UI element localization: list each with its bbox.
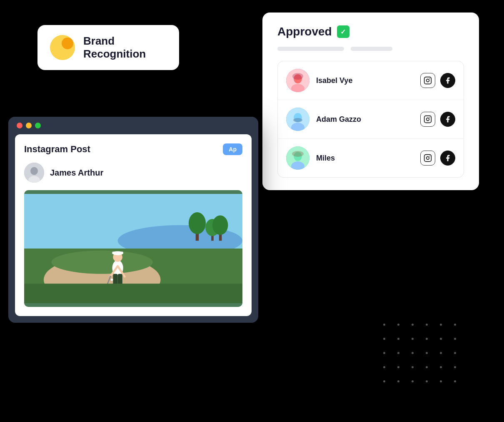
brand-recognition-card: Brand Recognition: [37, 25, 179, 70]
post-content-card: Instagram Post Ap James Arthur: [15, 134, 252, 316]
social-icons-isabel: [420, 73, 455, 88]
social-icons-miles: [420, 151, 455, 166]
avatar-adam: [286, 108, 309, 131]
svg-rect-14: [424, 116, 432, 123]
svg-point-31: [52, 251, 153, 274]
facebook-icon-miles[interactable]: [440, 151, 455, 166]
instagram-icon-adam[interactable]: [420, 112, 435, 127]
brand-recognition-title: Brand Recognition: [83, 35, 146, 60]
svg-point-25: [30, 167, 38, 175]
browser-titlebar: [8, 117, 258, 134]
svg-rect-35: [112, 251, 123, 254]
browser-window: Instagram Post Ap James Arthur: [8, 117, 258, 323]
approved-card: Approved ✓ Isabel Vye: [262, 13, 479, 190]
post-golf-image: [24, 190, 242, 307]
facebook-icon-isabel[interactable]: [440, 73, 455, 88]
svg-point-6: [292, 73, 303, 80]
svg-point-15: [427, 118, 429, 121]
influencer-name-isabel: Isabel Vye: [316, 76, 414, 85]
svg-point-42: [111, 279, 113, 281]
svg-point-9: [429, 78, 430, 79]
svg-point-23: [429, 156, 430, 157]
author-name-james: James Arthur: [50, 168, 103, 178]
post-header: Instagram Post Ap: [24, 143, 242, 155]
brand-logo: [49, 34, 76, 61]
author-avatar-james: [24, 163, 44, 183]
svg-point-13: [293, 118, 302, 122]
instagram-icon-miles[interactable]: [420, 151, 435, 166]
svg-point-16: [429, 117, 430, 118]
window-maximize-button[interactable]: [35, 123, 41, 128]
svg-rect-49: [24, 284, 242, 303]
influencer-row-miles[interactable]: Miles: [278, 139, 464, 177]
svg-point-22: [427, 157, 429, 160]
window-close-button[interactable]: [17, 123, 22, 128]
instagram-icon-isabel[interactable]: [420, 73, 435, 88]
svg-point-8: [427, 79, 429, 82]
svg-rect-21: [424, 155, 432, 162]
svg-point-2: [57, 47, 63, 53]
avatar-isabel: [286, 69, 309, 92]
window-minimize-button[interactable]: [26, 123, 32, 128]
bar-long: [277, 47, 344, 51]
influencer-list: Isabel Vye: [277, 61, 464, 178]
social-icons-adam: [420, 112, 455, 127]
svg-point-1: [62, 38, 73, 49]
svg-point-20: [292, 151, 304, 157]
influencer-name-adam: Adam Gazzo: [316, 115, 414, 124]
avatar-miles: [286, 146, 309, 170]
facebook-icon-adam[interactable]: [440, 112, 455, 127]
approved-bars: [277, 47, 464, 51]
influencer-name-miles: Miles: [316, 154, 414, 163]
post-title: Instagram Post: [24, 144, 90, 155]
svg-rect-7: [424, 77, 432, 84]
dot-grid-decoration: [383, 324, 462, 389]
bar-short: [351, 47, 392, 51]
influencer-row-adam[interactable]: Adam Gazzo: [278, 100, 464, 139]
post-author-row: James Arthur: [24, 163, 242, 183]
svg-point-44: [189, 212, 206, 234]
post-approved-badge: Ap: [223, 143, 242, 155]
approved-title: Approved: [277, 25, 332, 38]
approved-header: Approved ✓: [277, 25, 464, 38]
influencer-row-isabel[interactable]: Isabel Vye: [278, 61, 464, 100]
svg-point-48: [212, 215, 228, 235]
approved-check-icon: ✓: [337, 25, 349, 38]
